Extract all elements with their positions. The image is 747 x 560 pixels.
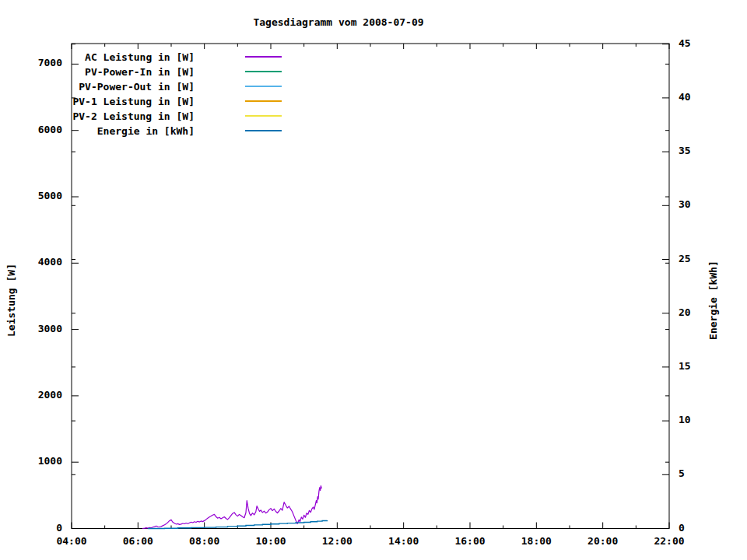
y-right-tick-label: 45 <box>679 37 691 49</box>
y-right-tick-label: 15 <box>679 360 691 372</box>
y-right-tick-label: 30 <box>679 198 691 210</box>
legend-line-sample <box>245 130 282 131</box>
legend-item: PV-Power-In in [W] <box>70 65 282 79</box>
legend-item: AC Leistung in [W] <box>70 50 282 65</box>
y-left-tick-label: 2000 <box>16 389 62 401</box>
y-left-tick-label: 7000 <box>16 57 62 68</box>
y-left-tick-label: 1000 <box>16 455 62 467</box>
y-right-tick-label: 40 <box>679 91 691 103</box>
legend-line-sample <box>245 115 282 117</box>
legend-item: PV-1 Leistung in [W] <box>70 94 282 109</box>
x-tick-label: 10:00 <box>255 535 286 547</box>
y-left-tick-label: 0 <box>16 522 62 534</box>
legend-line-sample <box>245 86 282 87</box>
y-right-tick-label: 20 <box>679 306 691 318</box>
legend-line-sample <box>245 56 282 58</box>
legend-line-sample <box>245 100 282 102</box>
x-tick-label: 16:00 <box>454 535 485 547</box>
x-tick-label: 14:00 <box>388 535 419 547</box>
legend: AC Leistung in [W] PV-Power-In in [W] PV… <box>70 50 282 138</box>
legend-label: AC Leistung in [W] <box>85 50 195 65</box>
x-tick-label: 12:00 <box>322 535 352 547</box>
x-tick-label: 04:00 <box>56 535 86 547</box>
series-line <box>142 486 321 529</box>
y-right-tick-label: 25 <box>679 253 691 264</box>
x-tick-label: 08:00 <box>189 535 219 547</box>
legend-item: PV-2 Leistung in [W] <box>70 109 282 124</box>
legend-item: PV-Power-Out in [W] <box>70 79 282 94</box>
legend-label: PV-Power-In in [W] <box>85 65 195 79</box>
legend-label: PV-2 Leistung in [W] <box>72 109 195 124</box>
y-left-tick-label: 4000 <box>16 256 62 268</box>
legend-item: Energie in [kWh] <box>70 124 282 138</box>
legend-line-sample <box>245 71 282 72</box>
y-left-tick-label: 3000 <box>16 323 62 334</box>
x-tick-label: 06:00 <box>123 535 153 547</box>
y-right-tick-label: 10 <box>679 414 691 425</box>
legend-label: Energie in [kWh] <box>97 124 195 138</box>
y-right-tick-label: 5 <box>679 467 685 479</box>
x-tick-label: 20:00 <box>587 535 618 547</box>
y-left-tick-label: 5000 <box>16 190 62 201</box>
y-left-tick-label: 6000 <box>16 124 62 135</box>
y-right-tick-label: 0 <box>679 522 685 534</box>
legend-label: PV-1 Leistung in [W] <box>72 94 195 109</box>
x-tick-label: 22:00 <box>654 535 684 547</box>
y-right-tick-label: 35 <box>679 145 691 156</box>
x-tick-label: 18:00 <box>521 535 552 547</box>
legend-label: PV-Power-Out in [W] <box>79 79 195 94</box>
chart-canvas: Tagesdiagramm vom 2008-07-09 Leistung [W… <box>0 0 747 560</box>
